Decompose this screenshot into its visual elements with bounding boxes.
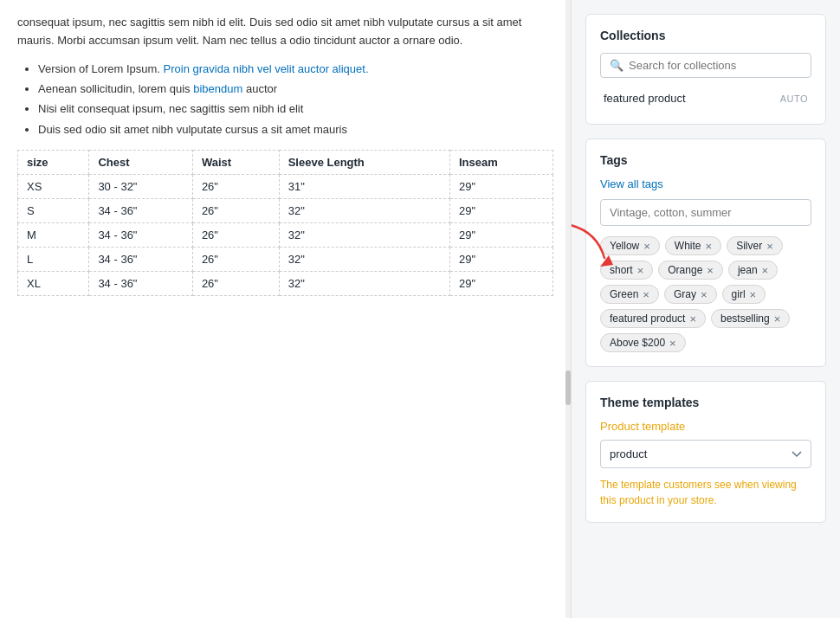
tags-container: Yellow×White×Silver×short×Orange×jean×Gr… (600, 236, 811, 352)
table-cell: XL (18, 272, 89, 296)
tag-remove-button[interactable]: × (750, 289, 757, 300)
collections-card-title: Collections (600, 29, 811, 42)
tag-label: girl (732, 288, 746, 300)
tag-item: Yellow× (600, 236, 660, 255)
table-cell: 26" (192, 272, 279, 296)
tag-remove-button[interactable]: × (707, 265, 714, 276)
collections-search-input[interactable] (629, 59, 802, 72)
tag-item: Silver× (727, 236, 783, 255)
col-inseam: Inseam (449, 151, 552, 175)
tag-item: girl× (722, 285, 766, 304)
list-item-4: Duis sed odio sit amet nibh vulputate cu… (38, 119, 553, 139)
table-cell: M (18, 223, 89, 248)
table-cell: 30 - 32" (89, 175, 192, 199)
table-header-row: size Chest Waist Sleeve Length Inseam (18, 151, 553, 175)
left-content: consequat ipsum, nec sagittis sem nibh i… (0, 0, 571, 618)
table-cell: 29" (449, 175, 552, 199)
tag-label: Yellow (610, 240, 639, 252)
col-chest: Chest (89, 151, 192, 175)
col-size: size (18, 151, 89, 175)
table-row: XS30 - 32"26"31"29" (18, 175, 553, 199)
table-cell: 34 - 36" (89, 272, 192, 296)
collections-card: Collections 🔍 featured product AUTO (585, 14, 826, 125)
scrollbar-track[interactable] (565, 0, 571, 618)
table-row: XL34 - 36"26"32"29" (18, 272, 553, 296)
collection-auto-badge: AUTO (780, 93, 808, 104)
view-all-tags-link[interactable]: View all tags (600, 177, 811, 190)
product-template-label: Product template (600, 420, 811, 433)
prose-list: Version of Lorem Ipsum. Proin gravida ni… (38, 59, 553, 140)
tag-item: jean× (728, 261, 778, 280)
table-cell: 34 - 36" (89, 223, 192, 248)
tags-card-title: Tags (600, 153, 811, 167)
col-sleeve: Sleeve Length (279, 151, 449, 175)
tag-label: White (675, 240, 701, 252)
list-item-2: Aenean sollicitudin, lorem quis bibendum… (38, 79, 553, 99)
list-item-1: Version of Lorem Ipsum. Proin gravida ni… (38, 59, 553, 79)
table-cell: 29" (449, 199, 552, 223)
table-cell: S (18, 199, 89, 223)
search-icon: 🔍 (610, 59, 624, 72)
prose-paragraph: consequat ipsum, nec sagittis sem nibh i… (17, 14, 553, 50)
table-cell: 32" (279, 223, 449, 248)
tag-remove-button[interactable]: × (637, 265, 644, 276)
tag-remove-button[interactable]: × (701, 289, 708, 300)
table-cell: 26" (192, 223, 279, 248)
prose-link-2[interactable]: bibendum (193, 82, 242, 95)
tag-remove-button[interactable]: × (762, 265, 769, 276)
table-cell: 32" (279, 248, 449, 272)
tag-item: Above $200× (600, 333, 686, 352)
tag-label: Orange (668, 264, 702, 276)
table-cell: 29" (449, 248, 552, 272)
template-hint-text: The template customers see when viewing … (600, 477, 811, 508)
tag-label: short (610, 264, 633, 276)
tag-label: bestselling (720, 312, 770, 325)
collection-item-name: featured product (604, 92, 686, 105)
tag-item: Gray× (664, 285, 717, 304)
left-panel: consequat ipsum, nec sagittis sem nibh i… (0, 0, 572, 618)
tag-remove-button[interactable]: × (643, 241, 650, 252)
table-cell: 26" (192, 175, 279, 199)
list-item-3: Nisi elit consequat ipsum, nec sagittis … (38, 99, 553, 119)
table-row: L34 - 36"26"32"29" (18, 248, 553, 272)
product-template-select[interactable]: productdefaultcustom (600, 440, 811, 468)
tag-item: featured product× (600, 309, 706, 328)
collection-item-featured: featured product AUTO (600, 87, 811, 110)
tag-remove-button[interactable]: × (669, 338, 676, 349)
tag-item: bestselling× (711, 309, 790, 328)
tags-input[interactable] (600, 199, 811, 226)
table-cell: 34 - 36" (89, 199, 192, 223)
size-table: size Chest Waist Sleeve Length Inseam XS… (17, 150, 553, 296)
table-cell: 34 - 36" (89, 248, 192, 272)
tag-label: Green (610, 288, 638, 300)
tag-label: Silver (736, 240, 762, 252)
right-panel: Collections 🔍 featured product AUTO Tags… (572, 0, 840, 618)
tag-label: featured product (610, 312, 685, 325)
table-row: M34 - 36"26"32"29" (18, 223, 553, 248)
table-cell: 29" (449, 223, 552, 248)
tag-remove-button[interactable]: × (706, 241, 713, 252)
tag-remove-button[interactable]: × (774, 313, 781, 325)
table-cell: 31" (279, 175, 449, 199)
prose-link-1[interactable]: Proin gravida nibh vel velit auctor aliq… (164, 62, 369, 75)
tag-label: Above $200 (610, 337, 665, 349)
table-cell: 26" (192, 248, 279, 272)
tag-label: Gray (674, 288, 696, 300)
tag-remove-button[interactable]: × (766, 241, 773, 252)
tag-item: Green× (600, 285, 659, 304)
table-cell: XS (18, 175, 89, 199)
table-cell: 32" (279, 272, 449, 296)
tag-remove-button[interactable]: × (643, 289, 649, 300)
tag-remove-button[interactable]: × (689, 313, 696, 325)
tag-item: Orange× (658, 261, 723, 280)
table-cell: 29" (449, 272, 552, 296)
tag-item: short× (600, 261, 653, 280)
prose-section: consequat ipsum, nec sagittis sem nibh i… (17, 14, 553, 139)
table-row: S34 - 36"26"32"29" (18, 199, 553, 223)
tags-card: Tags View all tags Yellow×White×Silver×s… (585, 138, 826, 367)
scrollbar-thumb[interactable] (565, 370, 571, 405)
tag-item: White× (665, 236, 721, 255)
table-cell: L (18, 248, 89, 272)
collections-search-box[interactable]: 🔍 (600, 53, 811, 78)
tag-label: jean (738, 264, 758, 276)
